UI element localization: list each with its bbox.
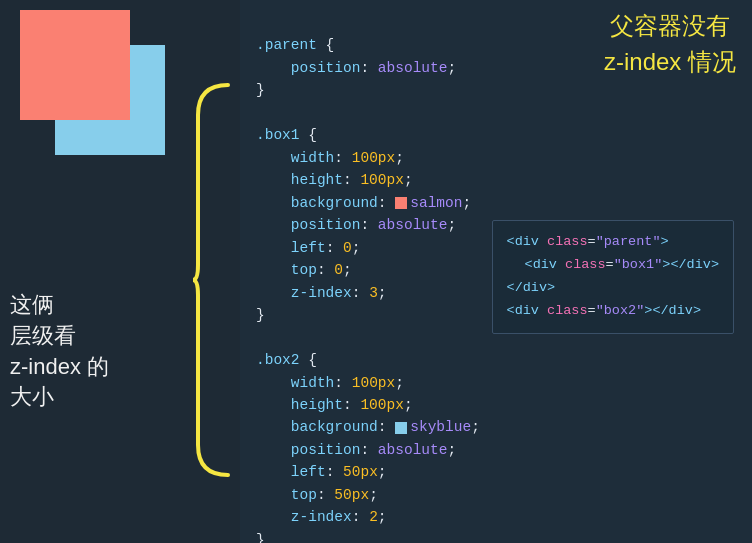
- tooltip-line1: <div class="parent">: [507, 231, 719, 254]
- title-box: 父容器没有 z-index 情况: [604, 8, 736, 80]
- box1-visual: [20, 10, 130, 120]
- box2-selector: .box2: [256, 352, 300, 368]
- tooltip-line3: </div>: [507, 277, 719, 300]
- curly-brace: [188, 80, 238, 480]
- left-label: 这俩层级看z-index 的大小: [10, 290, 109, 413]
- box1-selector: .box1: [256, 127, 300, 143]
- title-line2: z-index 情况: [604, 48, 736, 75]
- html-tooltip: <div class="parent"> <div class="box1"><…: [492, 220, 734, 334]
- parent-selector: .parent: [256, 37, 317, 53]
- salmon-swatch: [395, 195, 410, 211]
- skyblue-swatch: [395, 419, 410, 435]
- tooltip-line4: <div class="box2"></div>: [507, 300, 719, 323]
- tooltip-line2: <div class="box1"></div>: [507, 254, 719, 277]
- code-area: 父容器没有 z-index 情况 .parent { position: abs…: [240, 0, 752, 543]
- title-line1: 父容器没有: [610, 12, 730, 39]
